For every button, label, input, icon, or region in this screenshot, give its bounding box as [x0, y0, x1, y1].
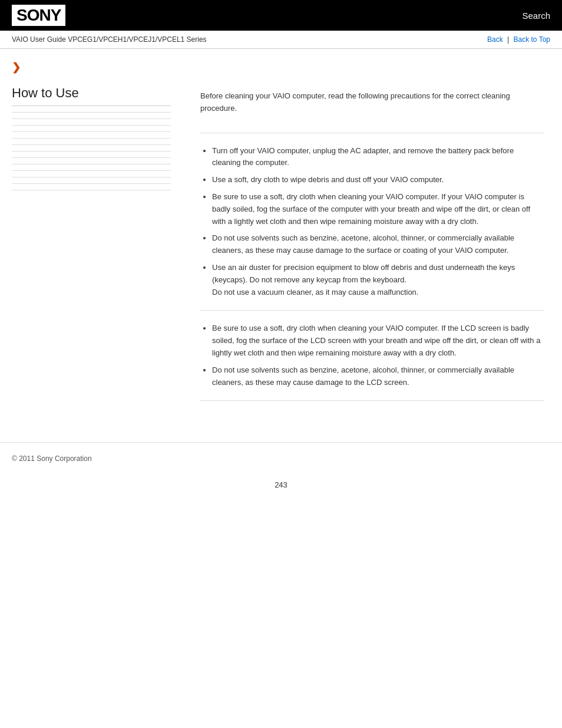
computer-bullet-list: Turn off your VAIO computer, unplug the … [200, 145, 544, 299]
sony-logo: SONY [12, 5, 65, 26]
copyright-text: © 2011 Sony Corporation [12, 454, 92, 463]
main-container: ❯ How to Use Before cleaning your VAIO c… [0, 49, 562, 424]
sidebar-divider-5 [12, 138, 171, 139]
computer-bullet-2: Use a soft, dry cloth to wipe debris and… [212, 174, 544, 186]
computer-bullet-1: Turn off your VAIO computer, unplug the … [212, 145, 544, 170]
section-divider-3 [200, 400, 544, 401]
guide-title: VAIO User Guide VPCEG1/VPCEH1/VPCEJ1/VPC… [12, 35, 207, 44]
sidebar-divider-1 [12, 112, 171, 113]
section-divider-2 [200, 310, 544, 311]
content-area: Before cleaning your VAIO computer, read… [183, 49, 562, 424]
lcd-bullet-1: Be sure to use a soft, dry cloth when cl… [212, 322, 544, 359]
sidebar-divider-4 [12, 131, 171, 132]
back-link[interactable]: Back [487, 35, 503, 44]
lcd-bullet-list: Be sure to use a soft, dry cloth when cl… [200, 322, 544, 388]
sidebar-divider-3 [12, 125, 171, 126]
nav-links: Back | Back to Top [487, 35, 550, 44]
search-button[interactable]: Search [522, 11, 550, 21]
sidebar-divider-13 [12, 190, 171, 190]
sidebar-section-title: How to Use [12, 85, 171, 106]
sidebar-divider-6 [12, 144, 171, 145]
footer: © 2011 Sony Corporation [0, 442, 562, 469]
sidebar-divider-2 [12, 118, 171, 119]
sidebar-divider-7 [12, 151, 171, 151]
sidebar-divider-11 [12, 177, 171, 177]
sidebar-divider-8 [12, 157, 171, 158]
chevron-icon: ❯ [12, 61, 171, 74]
back-to-top-link[interactable]: Back to Top [514, 35, 550, 44]
intro-paragraph: Before cleaning your VAIO computer, read… [200, 90, 544, 115]
nav-separator: | [507, 35, 511, 44]
sidebar-divider-12 [12, 183, 171, 184]
computer-bullet-3: Be sure to use a soft, dry cloth when cl… [212, 191, 544, 228]
lcd-bullet-2: Do not use solvents such as benzine, ace… [212, 364, 544, 389]
header: SONY Search [0, 0, 562, 31]
computer-bullet-5: Use an air duster for precision equipmen… [212, 262, 544, 298]
page-number: 243 [0, 469, 562, 495]
breadcrumb-bar: VAIO User Guide VPCEG1/VPCEH1/VPCEJ1/VPC… [0, 31, 562, 49]
computer-bullet-4: Do not use solvents such as benzine, ace… [212, 232, 544, 257]
sidebar-divider-10 [12, 170, 171, 171]
sidebar: ❯ How to Use [0, 49, 183, 424]
sidebar-divider-9 [12, 164, 171, 164]
section-divider-1 [200, 133, 544, 133]
